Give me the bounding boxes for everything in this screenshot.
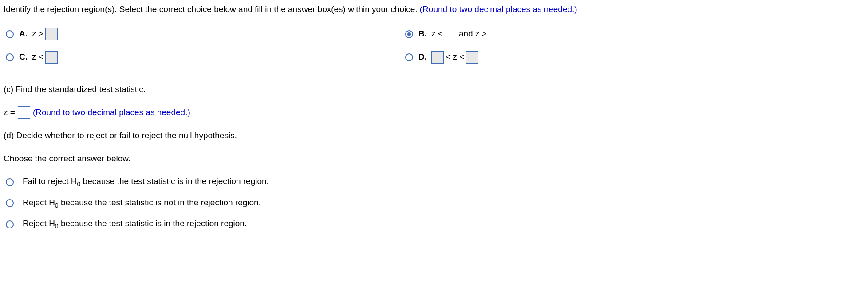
radio-a[interactable] [6,30,14,38]
choice3-post: because the test statistic is in the rej… [59,219,247,228]
option-a[interactable]: A. z > [6,28,405,40]
option-c-label: C. [19,51,28,63]
option-c-input[interactable] [45,51,58,64]
question-intro: Identify the rejection region(s). Select… [4,4,864,16]
option-c-content: z < [32,51,58,64]
radio-choice-2[interactable] [6,199,14,207]
option-a-input[interactable] [45,28,58,40]
z-note: (Round to two decimal places as needed.) [33,107,190,119]
option-d-content: < z < [431,51,478,64]
option-b[interactable]: B. z < and z > [405,28,864,40]
choice-3[interactable]: Reject H0 because the test statistic is … [6,218,864,231]
choice-1-text: Fail to reject H0 because the test stati… [23,176,269,188]
choice2-pre: Reject H [23,198,55,207]
choice2-post: because the test statistic is not in the… [59,198,261,207]
option-d-label: D. [418,51,427,63]
radio-c[interactable] [6,53,14,61]
question-intro-text: Identify the rejection region(s). Select… [4,4,420,14]
option-c-text1: z < [32,51,43,63]
question-note: (Round to two decimal places as needed.) [420,4,577,14]
choice-1[interactable]: Fail to reject H0 because the test stati… [6,176,864,188]
option-d-text1: < z < [446,51,464,63]
z-label: z = [4,107,15,119]
choice-2-text: Reject H0 because the test statistic is … [23,197,261,210]
option-c[interactable]: C. z < [6,51,405,64]
part-c-prompt: (c) Find the standardized test statistic… [4,84,864,96]
option-d-input2[interactable] [466,51,478,64]
option-a-text1: z > [32,28,43,40]
option-b-input1[interactable] [445,28,457,40]
option-b-label: B. [418,28,427,40]
radio-choice-1[interactable] [6,178,14,186]
radio-d[interactable] [405,53,413,61]
part-d-prompt: (d) Decide whether to reject or fail to … [4,130,864,142]
choice3-pre: Reject H [23,219,55,228]
choice-3-text: Reject H0 because the test statistic is … [23,218,247,231]
z-statistic-input[interactable] [18,106,30,119]
option-a-content: z > [32,28,58,40]
option-b-input2[interactable] [489,28,501,40]
option-d-input1[interactable] [431,51,444,64]
option-b-content: z < and z > [431,28,501,40]
option-d[interactable]: D. < z < [405,51,864,64]
radio-choice-3[interactable] [6,220,14,228]
option-b-text1: z < [431,28,443,40]
choice3-sub: 0 [55,223,59,230]
z-statistic-row: z = (Round to two decimal places as need… [4,106,864,119]
options-grid: A. z > B. z < and z > C. z < D. < z < [6,28,864,64]
part-d-instruction: Choose the correct answer below. [4,153,864,165]
choice2-sub: 0 [55,202,59,209]
choice1-post: because the test statistic is in the rej… [80,176,269,186]
radio-b[interactable] [405,30,413,38]
choice-2[interactable]: Reject H0 because the test statistic is … [6,197,864,210]
option-b-text2: and z > [459,28,487,40]
choice1-pre: Fail to reject H [23,176,77,186]
option-a-label: A. [19,28,28,40]
